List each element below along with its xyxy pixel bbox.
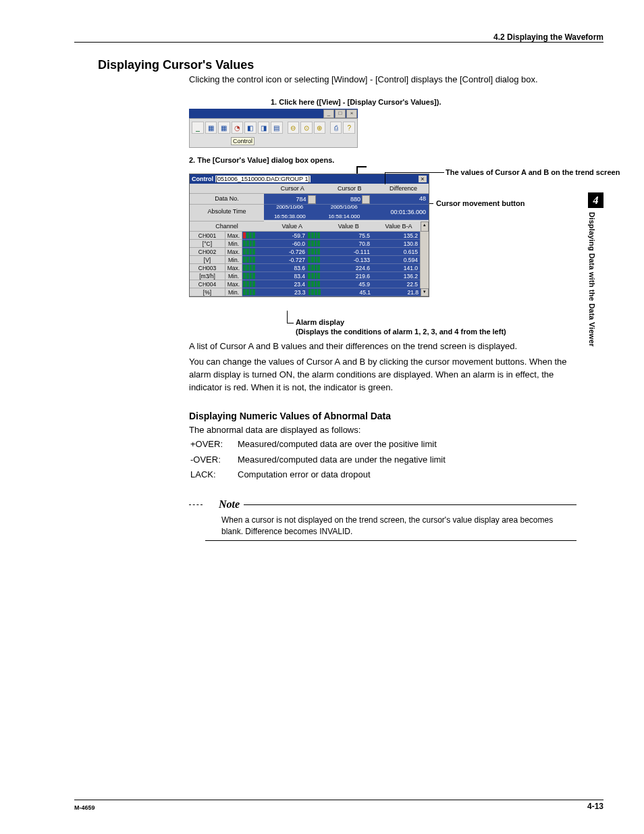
- table-row: CH001Max.-59.775.5135.2: [190, 232, 429, 240]
- value-diff: 21.8: [373, 288, 421, 296]
- toolbar-titlebar: _ □ ×: [189, 109, 358, 118]
- footer-page-number: 4-13: [587, 802, 603, 811]
- value-b: 45.1: [321, 288, 373, 296]
- value-b: 224.6: [321, 264, 372, 272]
- scroll-up-icon[interactable]: ▴: [421, 221, 429, 232]
- chapter-number: 4: [588, 192, 603, 208]
- col-value-ba: Value B-A: [377, 221, 421, 232]
- alarm-indicator: [308, 288, 321, 296]
- scrollbar-track[interactable]: [420, 280, 429, 288]
- close-icon[interactable]: ×: [346, 109, 357, 118]
- section-title: Displaying Cursor's Values: [98, 58, 576, 72]
- alarm-indicator: [242, 280, 256, 288]
- value-b: -0.133: [321, 256, 372, 264]
- scrollbar-track[interactable]: [420, 264, 429, 272]
- toolbar-icon-5[interactable]: ◧: [244, 122, 257, 134]
- channel-name: CH002: [190, 248, 225, 256]
- abnormal-intro: The abnormal data are displayed as follo…: [189, 424, 576, 437]
- control-dialog-title-word: Control: [192, 176, 213, 182]
- datano-b: 880: [319, 194, 373, 205]
- channel-name: CH004: [190, 280, 225, 288]
- alarm-indicator: [307, 240, 321, 248]
- value-diff: 0.615: [372, 248, 420, 256]
- toolbar-screenshot: _ □ × ⎯ ▦ ▦ ◔ ◧ ◨ ▤ ⊖ ⊙ ⊕ ⎙ ? Control: [189, 109, 358, 148]
- alarm-indicator: [242, 288, 256, 296]
- toolbar-icon-4[interactable]: ◔: [232, 122, 244, 134]
- value-a: -0.726: [256, 248, 307, 256]
- print-icon[interactable]: ⎙: [330, 122, 342, 134]
- chapter-title-vertical: Displaying Data with the Data Viewer: [588, 212, 596, 388]
- header-section: 4.2 Displaying the Waveform: [493, 32, 603, 42]
- table-row: CH004Max.23.445.922.5: [190, 280, 429, 288]
- abstime-b: 2005/10/0616:58:14.000: [319, 205, 373, 220]
- control-dialog-title-file: [051006_1510000.DAD:GROUP 1]: [215, 176, 311, 182]
- zoom-out-icon[interactable]: ⊖: [288, 122, 300, 134]
- zoom-reset-icon[interactable]: ⊙: [300, 122, 313, 134]
- value-b: -0.111: [321, 248, 372, 256]
- abnormal-definitions: +OVER:Measured/computed data are over th…: [189, 437, 451, 485]
- annot-cursor-movement-button: Cursor movement button: [436, 199, 525, 207]
- alarm-indicator: [242, 240, 256, 248]
- annot-alarm-display: Alarm display: [296, 318, 344, 326]
- stat-label: Max.: [225, 264, 242, 272]
- table-row: CH003Max.83.6224.6141.0: [190, 264, 429, 272]
- scrollbar-track[interactable]: [420, 256, 429, 264]
- channel-name: [m3/h]: [190, 272, 225, 280]
- toolbar-icon-1[interactable]: ⎯: [192, 122, 204, 134]
- control-icon[interactable]: ◨: [258, 122, 270, 134]
- channel-name: [%]: [190, 288, 225, 296]
- definition-row: -OVER:Measured/computed data are under t…: [190, 454, 450, 468]
- datano-diff: 48: [373, 194, 429, 205]
- toolbar-icon-2[interactable]: ▦: [205, 122, 217, 134]
- cursor-a-spinner[interactable]: [308, 195, 316, 204]
- col-value-b: Value B: [321, 221, 377, 232]
- stat-label: Max.: [225, 280, 242, 288]
- minimize-icon[interactable]: _: [323, 109, 334, 118]
- scrollbar-track[interactable]: [420, 232, 429, 240]
- channel-name: CH003: [190, 264, 225, 272]
- blank-head: [190, 184, 264, 194]
- maximize-icon[interactable]: □: [335, 109, 346, 118]
- scrollbar-track[interactable]: [420, 240, 429, 248]
- channel-name: CH001: [190, 232, 225, 240]
- table-row: [V]Min.-0.727-0.1330.594: [190, 256, 429, 264]
- step2-caption: 2. The [Cursor's Value] dialog box opens…: [189, 156, 576, 164]
- close-icon[interactable]: ×: [419, 176, 427, 182]
- footer-doc-id: M-4659: [74, 804, 95, 811]
- note-body: When a cursor is not displayed on the tr…: [221, 515, 576, 538]
- toolbar-icon-3[interactable]: ▦: [218, 122, 230, 134]
- alarm-indicator: [242, 232, 256, 240]
- channel-name: [°C]: [190, 240, 225, 248]
- header-rule: [74, 42, 603, 43]
- definition-row: LACK:Computation error or data dropout: [190, 469, 450, 483]
- scrollbar-track[interactable]: [420, 248, 429, 256]
- alarm-indicator: [242, 264, 256, 272]
- alarm-indicator: [307, 256, 321, 264]
- paragraph-1: A list of Cursor A and B values and thei…: [189, 340, 576, 353]
- definition-row: +OVER:Measured/computed data are over th…: [190, 438, 450, 452]
- col-value-a: Value A: [264, 221, 321, 232]
- help-icon[interactable]: ?: [343, 122, 355, 134]
- alarm-indicator: [307, 248, 321, 256]
- cursor-b-spinner[interactable]: [362, 195, 370, 204]
- side-tab: 4 Displaying Data with the Data Viewer: [588, 192, 603, 388]
- value-a: 23.4: [256, 280, 307, 288]
- value-a: -0.727: [256, 256, 307, 264]
- control-dialog: Control [051006_1510000.DAD:GROUP 1] × C…: [189, 174, 429, 297]
- alarm-indicator: [242, 272, 256, 280]
- stat-label: Max.: [225, 232, 242, 240]
- col-cursor-b: Cursor B: [321, 184, 379, 194]
- scroll-down-icon[interactable]: ▾: [421, 288, 429, 296]
- channel-name: [V]: [190, 256, 225, 264]
- value-b: 219.6: [321, 272, 372, 280]
- scrollbar-track[interactable]: [420, 272, 429, 280]
- alarm-indicator: [307, 232, 321, 240]
- alarm-indicator: [242, 256, 256, 264]
- toolbar-icon-7[interactable]: ▤: [271, 122, 283, 134]
- stat-label: Min.: [225, 240, 242, 248]
- table-row: [°C]Min.-60.070.8130.8: [190, 240, 429, 248]
- value-b: 45.9: [321, 280, 372, 288]
- control-tooltip: Control: [231, 137, 254, 145]
- annot-alarm-display-detail: (Displays the conditions of alarm 1, 2, …: [296, 328, 506, 336]
- zoom-in-icon[interactable]: ⊕: [314, 122, 326, 134]
